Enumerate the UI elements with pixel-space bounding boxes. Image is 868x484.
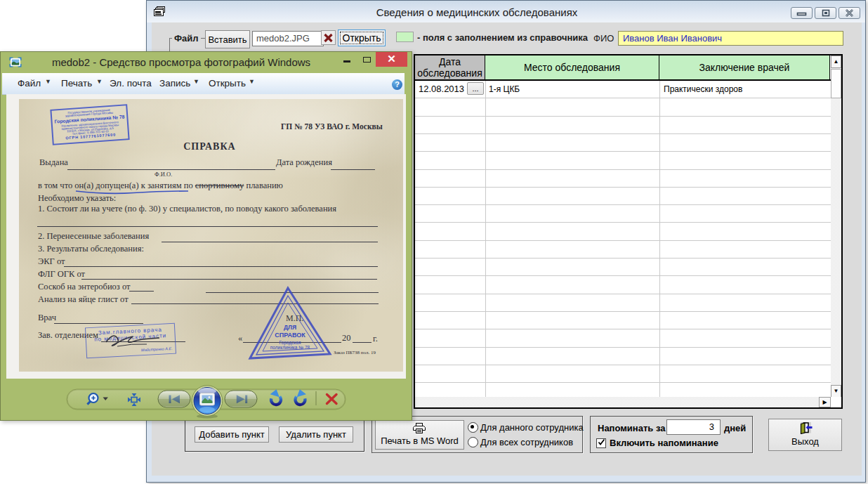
- svg-text:ДЛЯ: ДЛЯ: [284, 324, 296, 331]
- svg-text:СПРАВОК: СПРАВОК: [275, 332, 305, 339]
- svg-text:поликлиника № 78: поликлиника № 78: [270, 345, 310, 350]
